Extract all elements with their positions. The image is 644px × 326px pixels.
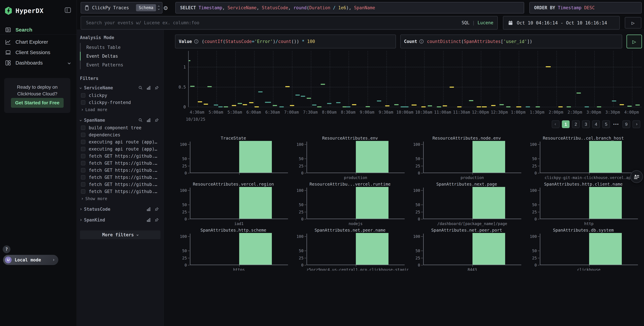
pin-icon[interactable] <box>154 118 159 122</box>
delta-mark <box>336 102 340 103</box>
count-expression: countDistinct(SpanAttributes['user_id']) <box>427 39 532 44</box>
pagination-page-button[interactable]: 2 <box>572 120 580 128</box>
search-icon[interactable] <box>138 85 143 90</box>
pagination-prev-button[interactable] <box>552 120 560 128</box>
gridline <box>386 51 387 107</box>
filter-group-footer[interactable]: Show more <box>77 195 164 203</box>
order-by-input[interactable]: ORDER BY Timestamp DESC <box>529 2 642 14</box>
run-chart-button[interactable]: ▷ <box>626 35 642 48</box>
analysis-mode-item[interactable]: Event Deltas <box>80 52 164 61</box>
filter-option[interactable]: fetch GET https://github.… <box>77 174 164 181</box>
mode-toggle-sql[interactable]: SQL <box>462 20 470 25</box>
gridline <box>613 51 614 107</box>
gridline <box>500 51 500 107</box>
x-axis-category-label: http <box>540 222 638 226</box>
gridline <box>189 87 642 87</box>
search-input[interactable] <box>82 20 462 25</box>
filter-option[interactable]: clickpy-frontend <box>77 99 164 106</box>
delta-mark <box>258 91 262 92</box>
filter-option[interactable]: fetch GET https://github.… <box>77 160 164 167</box>
mode-toggle-lucene[interactable]: Lucene <box>478 20 493 25</box>
pin-icon[interactable] <box>154 218 159 222</box>
filter-group-footer[interactable]: Load more <box>77 106 164 113</box>
pagination-page-button[interactable]: 3 <box>582 120 590 128</box>
filter-group-header[interactable]: SpanName <box>77 116 164 124</box>
source-selector[interactable]: ClickPy Traces Schema <box>81 2 162 14</box>
gear-icon[interactable]: ⚙ <box>164 2 168 13</box>
code-token: Timestamp <box>198 5 222 10</box>
filter-option[interactable]: fetch GET https://github.… <box>77 188 164 195</box>
pin-icon[interactable] <box>154 207 159 212</box>
y-axis-tick <box>421 144 423 145</box>
filter-option[interactable]: fetch GET https://github.… <box>77 167 164 174</box>
filter-option[interactable]: fetch GET https://github.… <box>77 152 164 160</box>
run-search-button[interactable]: ▷ <box>625 17 641 29</box>
filter-group-header[interactable]: ServiceName <box>77 84 164 92</box>
bar-chart-icon[interactable] <box>146 207 151 212</box>
sql-select-input[interactable]: SELECT Timestamp, ServiceName, StatusCod… <box>176 2 524 14</box>
filter-option-label: executing api route (app)… <box>89 139 157 144</box>
pin-icon[interactable] <box>154 85 159 90</box>
checkbox[interactable] <box>81 154 85 158</box>
local-mode-menu[interactable]: U Local mode <box>3 255 58 265</box>
analysis-mode-item[interactable]: Event Patterns <box>80 61 164 69</box>
filter-settings-fab[interactable] <box>630 170 643 183</box>
histogram-title: ResourceAttributes.env <box>292 135 408 140</box>
sidebar-item-chart-explorer[interactable]: Chart Explorer <box>0 37 76 47</box>
bar-chart-icon[interactable] <box>146 118 151 122</box>
checkbox[interactable] <box>81 93 85 98</box>
adjustments-icon <box>633 173 640 180</box>
x-axis-category-label: clickpy-git-main-clickhouse.vercel.app <box>540 176 638 180</box>
search-icon[interactable] <box>138 118 143 122</box>
sidebar-item-search[interactable]: Search <box>0 25 76 35</box>
y-axis-tick-label: 0.5 <box>175 85 186 89</box>
checkbox[interactable] <box>81 168 85 173</box>
pagination-page-button[interactable]: 5 <box>602 120 610 128</box>
attribute-histogram: SpanAttributes.db.system02550100clickhou… <box>525 227 642 271</box>
analysis-mode-item[interactable]: Results Table <box>80 43 164 52</box>
help-button[interactable]: ? <box>3 245 10 253</box>
filter-option[interactable]: executing api route (app)… <box>77 145 164 152</box>
sidebar-collapse-icon[interactable] <box>65 8 71 13</box>
checkbox[interactable] <box>81 189 85 194</box>
bar-chart-icon[interactable] <box>146 218 151 222</box>
pagination-page-button[interactable]: 9 <box>622 120 630 128</box>
more-filters-button[interactable]: More filters <box>80 230 160 239</box>
chart-date-label: 10/10/25 <box>186 117 205 122</box>
pagination-next-button[interactable] <box>632 120 640 128</box>
filter-option[interactable]: clickpy <box>77 92 164 99</box>
checkbox[interactable] <box>81 182 85 187</box>
schema-badge[interactable]: Schema <box>136 4 156 11</box>
pagination-page-button[interactable]: 1 <box>562 120 570 128</box>
value-expression-input[interactable]: Value (countIf(StatusCode='Error')/count… <box>175 35 396 48</box>
checkbox[interactable] <box>81 140 85 144</box>
x-axis-category-label: production <box>423 176 521 180</box>
sidebar-item-client-sessions[interactable]: Client Sessions <box>0 47 76 58</box>
y-axis-tick <box>188 173 190 173</box>
filter-group-header[interactable]: SpanKind <box>77 216 164 224</box>
checkbox[interactable] <box>81 133 85 137</box>
filter-option[interactable]: build component tree <box>77 124 164 131</box>
checkbox[interactable] <box>81 161 85 165</box>
pagination-page-button[interactable]: 4 <box>592 120 600 128</box>
delta-mark <box>224 106 228 107</box>
filter-option[interactable]: dependencies <box>77 131 164 138</box>
filter-option[interactable]: executing api route (app)… <box>77 138 164 145</box>
get-started-button[interactable]: Get Started for Free <box>11 98 64 108</box>
checkbox[interactable] <box>81 147 85 151</box>
sidebar-item-dashboards[interactable]: Dashboards <box>0 58 76 68</box>
filter-option[interactable]: fetch GET https://github.… <box>77 181 164 188</box>
date-range-picker[interactable]: Oct 10 04:16:14 - Oct 10 16:16:14 <box>503 16 620 30</box>
checkbox[interactable] <box>81 100 85 105</box>
y-axis-tick-label: 25 <box>527 210 537 214</box>
checkbox[interactable] <box>81 175 85 180</box>
gridline <box>538 51 538 107</box>
y-axis-tick-label: 50 <box>410 203 420 207</box>
count-expression-input[interactable]: Count countDistinct(SpanAttributes['user… <box>400 35 622 48</box>
laptop-icon <box>5 49 11 55</box>
code-token: = <box>252 39 254 44</box>
filter-group-header[interactable]: StatusCode <box>77 205 164 213</box>
bar-chart-icon[interactable] <box>146 85 151 90</box>
checkbox[interactable] <box>81 126 85 130</box>
gridline <box>330 51 330 107</box>
